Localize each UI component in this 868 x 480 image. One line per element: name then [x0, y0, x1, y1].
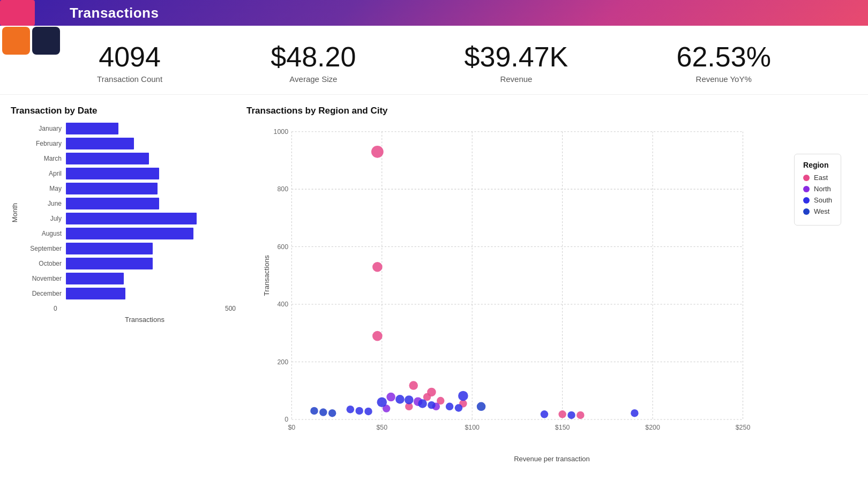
bar-track	[66, 258, 236, 269]
scatter-point	[328, 409, 336, 417]
logo-area	[0, 0, 64, 59]
kpi-revenue-yoy-value: 62.53%	[677, 42, 771, 72]
bar-row: January	[23, 123, 236, 134]
scatter-section: Transactions by Region and City 02004006…	[246, 106, 857, 463]
kpi-average-size-label: Average Size	[271, 74, 356, 84]
bar-track	[66, 153, 236, 164]
svg-text:$100: $100	[465, 424, 480, 431]
bar-month-label: July	[23, 215, 62, 222]
legend-dot	[803, 208, 810, 215]
bar-row: February	[23, 138, 236, 149]
scatter-point	[567, 411, 575, 419]
bar-month-label: June	[23, 200, 62, 207]
scatter-point	[372, 331, 383, 341]
bar-fill	[66, 198, 159, 209]
logo-dark	[32, 27, 60, 55]
bar-month-label: January	[23, 125, 62, 132]
bar-month-label: February	[23, 140, 62, 147]
bar-fill	[66, 168, 159, 179]
scatter-point	[446, 403, 453, 410]
scatter-point	[347, 406, 354, 413]
bar-track	[66, 213, 236, 224]
bar-chart-y-label: Month	[11, 203, 19, 222]
legend-item: West	[803, 207, 832, 215]
legend-item: South	[803, 196, 832, 204]
bar-track	[66, 273, 236, 284]
scatter-point	[458, 391, 468, 401]
scatter-x-label: Revenue per transaction	[246, 455, 857, 463]
page-title: Transactions	[70, 5, 159, 21]
charts-area: Transaction by Date Month JanuaryFebruar…	[0, 95, 868, 468]
bar-track	[66, 243, 236, 254]
bar-track	[66, 168, 236, 179]
svg-text:Transactions: Transactions	[263, 255, 271, 296]
svg-text:1000: 1000	[274, 128, 289, 136]
logo-orange	[2, 27, 30, 55]
bar-row: July	[23, 213, 236, 224]
bar-fill	[66, 273, 124, 284]
legend-item-label: North	[814, 185, 831, 193]
bar-chart-title: Transaction by Date	[11, 106, 236, 116]
bar-row: November	[23, 273, 236, 284]
bar-fill	[66, 138, 134, 149]
bar-month-label: March	[23, 155, 62, 162]
svg-text:600: 600	[277, 243, 288, 251]
bar-fill	[66, 213, 197, 224]
kpi-transaction-count-label: Transaction Count	[97, 74, 162, 84]
svg-text:800: 800	[277, 185, 288, 193]
scatter-point	[541, 410, 548, 418]
bar-fill	[66, 288, 125, 299]
legend-item-label: West	[814, 207, 829, 215]
bar-track	[66, 288, 236, 299]
scatter-point	[577, 411, 584, 419]
svg-text:$200: $200	[645, 424, 660, 431]
svg-text:$0: $0	[288, 424, 295, 431]
kpi-revenue-value: $39.47K	[465, 42, 568, 72]
scatter-legend: Region EastNorthSouthWest	[794, 154, 841, 226]
bar-fill	[66, 228, 193, 239]
kpi-row: 4094 Transaction Count $48.20 Average Si…	[0, 26, 868, 95]
scatter-point	[364, 408, 372, 415]
bar-month-label: August	[23, 230, 62, 237]
svg-text:$150: $150	[555, 424, 570, 431]
bar-fill	[66, 153, 149, 164]
bar-month-label: May	[23, 185, 62, 192]
bar-month-label: October	[23, 260, 62, 267]
bar-fill	[66, 243, 153, 254]
legend-item: North	[803, 185, 832, 193]
svg-text:$250: $250	[736, 424, 751, 431]
legend-item-label: South	[814, 196, 832, 204]
kpi-transaction-count: 4094 Transaction Count	[97, 42, 162, 84]
kpi-revenue: $39.47K Revenue	[465, 42, 568, 84]
bar-track	[66, 138, 236, 149]
kpi-average-size-value: $48.20	[271, 42, 356, 72]
scatter-point	[631, 409, 638, 417]
kpi-revenue-yoy: 62.53% Revenue YoY%	[677, 42, 771, 84]
kpi-revenue-yoy-label: Revenue YoY%	[677, 74, 771, 84]
bar-month-label: September	[23, 245, 62, 252]
svg-text:$50: $50	[376, 424, 387, 431]
scatter-point	[386, 393, 395, 402]
legend-item-label: East	[814, 174, 828, 182]
scatter-point	[377, 398, 387, 408]
bar-track	[66, 123, 236, 134]
header: Transactions	[0, 0, 868, 26]
bar-chart-x-label: Transactions	[54, 316, 236, 324]
bar-row: March	[23, 153, 236, 164]
scatter-point	[319, 409, 327, 416]
bar-chart-container: Month JanuaryFebruaryMarchAprilMayJuneJu…	[11, 123, 236, 303]
bar-row: October	[23, 258, 236, 269]
scatter-point	[405, 395, 414, 404]
bar-row: June	[23, 198, 236, 209]
legend-item: East	[803, 174, 832, 182]
bar-month-label: April	[23, 170, 62, 177]
scatter-chart-title: Transactions by Region and City	[246, 106, 857, 116]
scatter-point	[477, 402, 486, 411]
scatter-chart-svg: 02004006008001000$0$50$100$150$200$250Tr…	[246, 121, 857, 453]
scatter-point	[409, 381, 418, 391]
kpi-average-size: $48.20 Average Size	[271, 42, 356, 84]
legend-dot	[803, 175, 810, 181]
logo-pink	[0, 0, 35, 26]
bar-track	[66, 183, 236, 194]
legend-title: Region	[803, 161, 832, 169]
